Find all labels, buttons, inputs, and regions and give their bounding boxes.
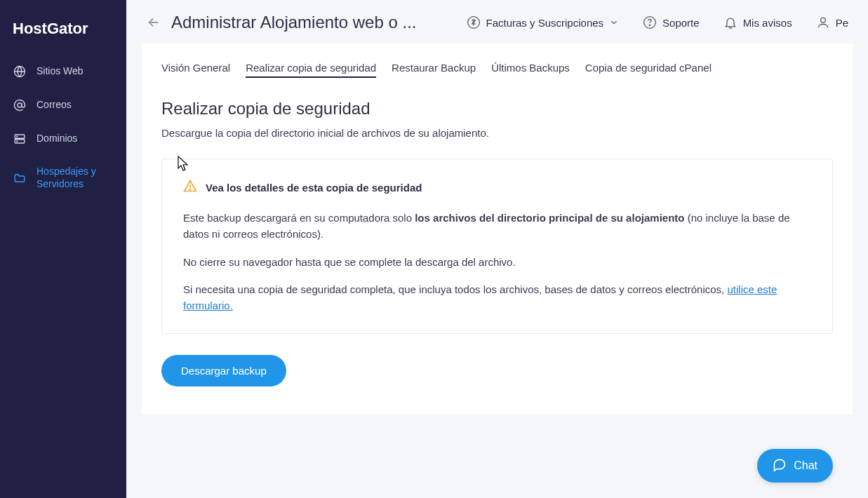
chat-icon <box>773 457 787 474</box>
tabs: Visión General Realizar copia de segurid… <box>161 62 833 78</box>
user-icon <box>816 15 830 29</box>
tab-backup[interactable]: Realizar copia de seguridad <box>246 62 376 78</box>
globe-icon <box>13 65 27 79</box>
info-paragraph-1: Este backup descargará en su computadora… <box>183 210 811 243</box>
chat-button[interactable]: Chat <box>757 449 833 483</box>
sidebar-item-domains[interactable]: Dominios <box>0 122 126 156</box>
info-title: Vea los detalles de esta copia de seguri… <box>206 182 422 194</box>
profile-link[interactable]: Pe <box>816 15 848 29</box>
main: Administrar Alojamiento web o ... Factur… <box>126 0 868 498</box>
tab-latest[interactable]: Últimos Backups <box>491 62 570 78</box>
svg-point-10 <box>189 189 190 189</box>
sidebar-item-sites[interactable]: Sitios Web <box>0 55 126 88</box>
sidebar-item-mail[interactable]: Correos <box>0 88 126 122</box>
chevron-down-icon <box>609 18 619 27</box>
tab-restore[interactable]: Restaurar Backup <box>392 62 476 78</box>
chat-label: Chat <box>794 459 817 472</box>
billing-label: Facturas y Suscripciones <box>486 17 604 29</box>
sidebar-item-hosting[interactable]: Hospedajes y Servidores <box>0 156 126 200</box>
notices-link[interactable]: Mis avisos <box>723 15 792 29</box>
info-box: Vea los detalles de esta copia de seguri… <box>161 159 833 334</box>
folder-icon <box>13 171 27 185</box>
bell-icon <box>723 15 737 29</box>
profile-label: Pe <box>836 17 848 29</box>
server-icon <box>13 132 27 146</box>
at-icon <box>13 98 27 112</box>
content-panel: Visión General Realizar copia de segurid… <box>142 43 853 415</box>
back-button[interactable] <box>146 15 161 30</box>
billing-link[interactable]: Facturas y Suscripciones <box>467 15 620 29</box>
svg-point-8 <box>649 25 650 25</box>
sidebar-item-label: Correos <box>36 99 72 112</box>
svg-point-5 <box>17 141 18 142</box>
dollar-icon <box>467 15 481 29</box>
sidebar: HostGator Sitios Web Correos Dominios Ho… <box>0 0 126 498</box>
svg-point-1 <box>18 103 22 107</box>
page-title: Administrar Alojamiento web o ... <box>171 13 417 32</box>
tab-cpanel[interactable]: Copia de seguridad cPanel <box>585 62 712 78</box>
section-title: Realizar copia de seguridad <box>161 99 833 119</box>
topbar: Administrar Alojamiento web o ... Factur… <box>126 0 868 43</box>
svg-point-9 <box>820 18 825 22</box>
brand-logo: HostGator <box>0 14 126 55</box>
help-icon <box>643 15 657 29</box>
tab-overview[interactable]: Visión General <box>161 62 230 78</box>
warning-icon <box>183 179 197 196</box>
svg-point-4 <box>17 136 18 137</box>
support-label: Soporte <box>662 17 700 29</box>
support-link[interactable]: Soporte <box>643 15 700 29</box>
info-paragraph-3: Si necesita una copia de seguridad compl… <box>183 281 811 314</box>
sidebar-item-label: Hospedajes y Servidores <box>36 166 114 190</box>
sidebar-item-label: Dominios <box>36 133 77 145</box>
section-desc: Descargue la copia del directorio inicia… <box>161 127 833 139</box>
notices-label: Mis avisos <box>743 17 792 29</box>
info-paragraph-2: No cierre su navegador hasta que se comp… <box>183 254 811 270</box>
download-backup-button[interactable]: Descargar backup <box>161 355 286 386</box>
sidebar-item-label: Sitios Web <box>36 65 84 78</box>
